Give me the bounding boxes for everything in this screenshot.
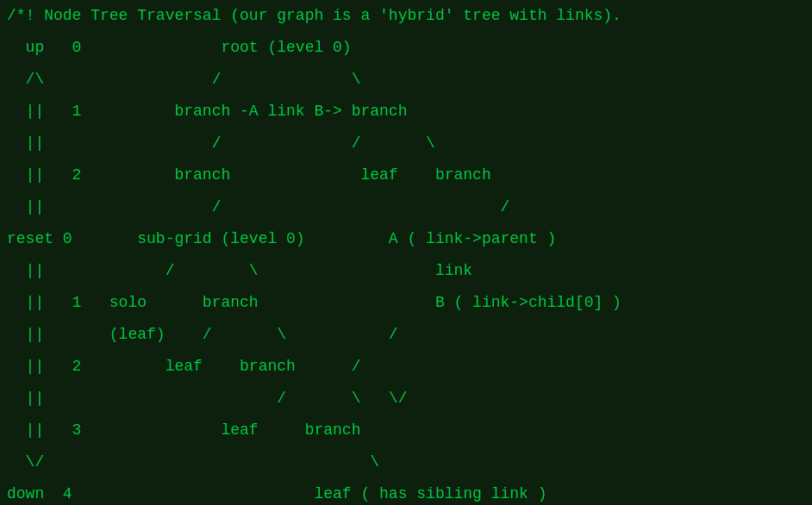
code-line-7: || / /: [7, 191, 805, 223]
code-line-11: || (leaf) / \ /: [7, 319, 805, 351]
code-line-12: || 2 leaf branch /: [7, 351, 805, 383]
code-line-15: \/ \: [7, 446, 805, 478]
code-line-5: || / / \: [7, 128, 805, 159]
code-line-8: reset 0 sub-grid (level 0) A ( link->par…: [7, 223, 805, 255]
code-line-13: || / \ \/: [7, 383, 805, 415]
code-line-14: || 3 leaf branch: [7, 415, 805, 446]
code-line-3: /\ / \: [7, 64, 805, 96]
code-block: /*! Node Tree Traversal (our graph is a …: [0, 0, 812, 505]
code-line-0: /*! Node Tree Traversal (our graph is a …: [7, 0, 805, 32]
code-line-16: down 4 leaf ( has sibling link ): [7, 478, 805, 505]
code-line-10: || 1 solo branch B ( link->child[0] ): [7, 287, 805, 319]
code-line-4: || 1 branch -A link B-> branch: [7, 96, 805, 128]
code-line-6: || 2 branch leaf branch: [7, 159, 805, 191]
code-line-9: || / \ link: [7, 255, 805, 287]
code-line-2: up 0 root (level 0): [7, 32, 805, 64]
